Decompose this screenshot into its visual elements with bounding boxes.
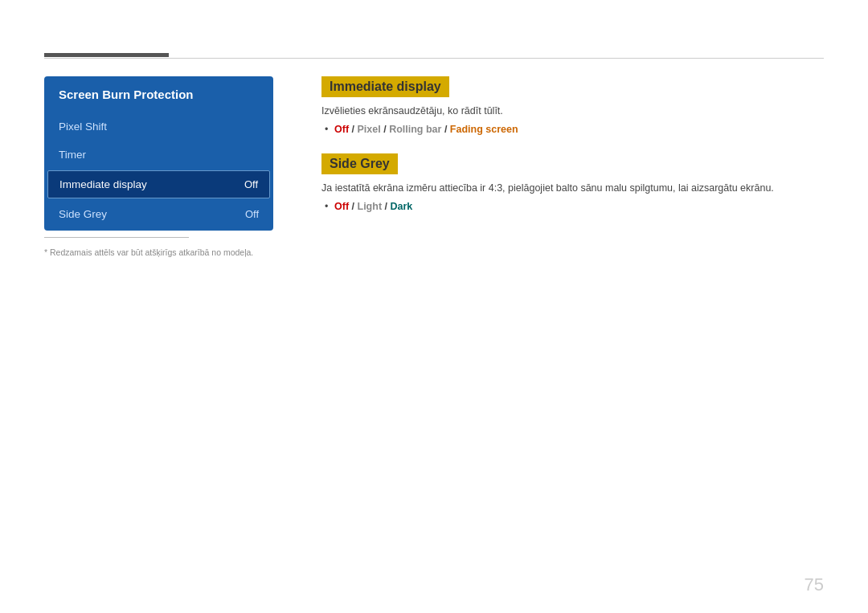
separator: / xyxy=(444,124,450,135)
section-desc-sidegrey: Ja iestatītā ekrāna izmēru attiecība ir … xyxy=(321,182,824,194)
bullet-item-sidegrey: Off / Light / Dark xyxy=(321,198,824,215)
right-content: Immediate display Izvēlieties ekrānsaudz… xyxy=(321,76,824,231)
option-pixel: Pixel xyxy=(358,124,381,135)
page-number: 75 xyxy=(805,574,824,595)
option-off: Off xyxy=(334,124,349,135)
top-divider xyxy=(44,58,824,59)
menu-panel: Screen Burn Protection Pixel Shift Timer… xyxy=(44,76,273,231)
left-accent xyxy=(44,53,169,57)
options-immediate: Off / Pixel / Rolling bar / Fading scree… xyxy=(334,124,518,135)
menu-item-label: Immediate display xyxy=(59,178,147,190)
menu-title: Screen Burn Protection xyxy=(44,76,273,112)
menu-item-pixel-shift[interactable]: Pixel Shift xyxy=(44,112,273,141)
menu-item-timer[interactable]: Timer xyxy=(44,141,273,169)
option-light: Light xyxy=(358,201,383,212)
section-title-sidegrey: Side Grey xyxy=(321,153,398,174)
option-off: Off xyxy=(334,201,349,212)
footnote-text: * Redzamais attēls var būt atšķirīgs atk… xyxy=(44,247,253,257)
option-rolling: Rolling bar xyxy=(389,124,441,135)
menu-item-side-grey[interactable]: Side Grey Off xyxy=(44,200,273,228)
section-desc-immediate: Izvēlieties ekrānsaudzētāju, ko rādīt tū… xyxy=(321,105,824,116)
footnote-divider xyxy=(44,237,189,238)
menu-item-label: Side Grey xyxy=(59,208,107,220)
main-content: Screen Burn Protection Pixel Shift Timer… xyxy=(44,76,824,231)
option-dark: Dark xyxy=(390,201,412,212)
menu-item-label: Pixel Shift xyxy=(59,121,107,133)
menu-item-label: Timer xyxy=(59,149,86,161)
separator: / xyxy=(352,124,358,135)
bullet-list-immediate: Off / Pixel / Rolling bar / Fading scree… xyxy=(321,121,824,137)
menu-item-immediate-display[interactable]: Immediate display Off xyxy=(47,170,270,198)
option-fading: Fading screen xyxy=(450,124,518,135)
bullet-list-sidegrey: Off / Light / Dark xyxy=(321,198,824,215)
menu-item-value: Off xyxy=(244,178,258,190)
section-title-immediate: Immediate display xyxy=(321,76,449,97)
options-sidegrey: Off / Light / Dark xyxy=(334,201,412,212)
separator: / xyxy=(352,201,358,212)
menu-item-value: Off xyxy=(245,208,259,220)
bullet-item-immediate: Off / Pixel / Rolling bar / Fading scree… xyxy=(321,121,824,137)
